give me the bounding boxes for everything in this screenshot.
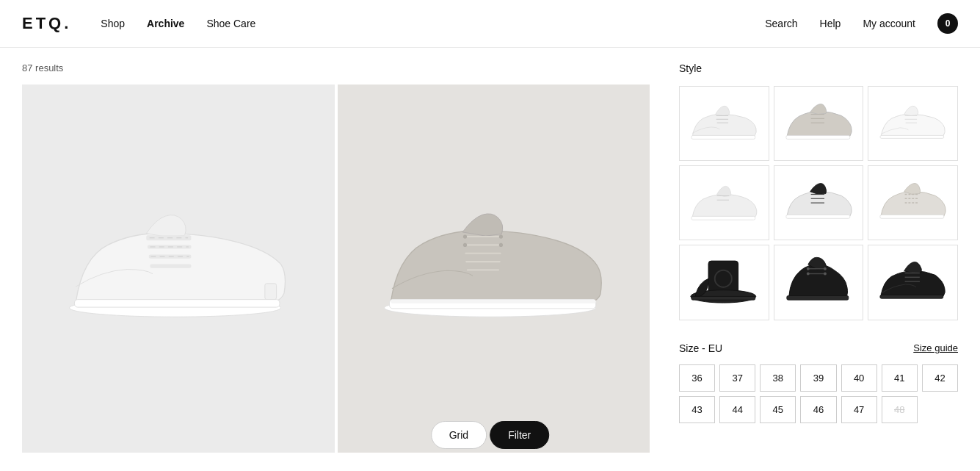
- svg-point-54: [824, 273, 827, 276]
- size-button-44[interactable]: 44: [719, 396, 755, 423]
- size-section: Size - EU Size guide 3637383940414243444…: [679, 342, 958, 423]
- shoe-svg-2: [371, 85, 615, 406]
- svg-rect-40: [786, 215, 850, 219]
- nav-item-archive[interactable]: Archive: [147, 18, 184, 29]
- svg-point-53: [807, 273, 810, 276]
- style-item-s5[interactable]: [774, 165, 864, 240]
- filter-sidebar: Style: [679, 48, 958, 453]
- help-link[interactable]: Help: [820, 18, 841, 29]
- size-button-43[interactable]: 43: [679, 396, 715, 423]
- svg-rect-25: [692, 136, 755, 140]
- svg-point-16: [463, 234, 467, 238]
- style-item-s3[interactable]: [868, 86, 958, 161]
- size-guide-link[interactable]: Size guide: [913, 342, 958, 353]
- svg-point-52: [824, 267, 827, 270]
- style-item-s2[interactable]: [774, 86, 864, 161]
- svg-point-51: [807, 267, 810, 270]
- header-left: ETQ. ShopArchiveShoe Care: [22, 14, 255, 33]
- svg-point-19: [499, 243, 503, 247]
- style-item-s9[interactable]: [868, 245, 958, 320]
- svg-rect-21: [391, 300, 596, 303]
- svg-rect-8: [265, 284, 277, 300]
- svg-rect-55: [787, 296, 849, 301]
- product-card[interactable]: [22, 85, 335, 453]
- svg-rect-7: [150, 265, 191, 268]
- size-button-46[interactable]: 46: [800, 396, 836, 423]
- style-item-s1[interactable]: [679, 86, 769, 161]
- size-button-41[interactable]: 41: [882, 364, 918, 392]
- bottom-bar: Grid Filter: [431, 421, 550, 449]
- svg-rect-44: [880, 215, 944, 219]
- size-button-37[interactable]: 37: [719, 364, 755, 392]
- header: ETQ. ShopArchiveShoe Care Search Help My…: [0, 0, 980, 48]
- header-right: Search Help My account 0: [765, 13, 958, 34]
- size-button-47[interactable]: 47: [841, 396, 877, 423]
- product-grid: [22, 85, 650, 453]
- filter-button[interactable]: Filter: [490, 421, 549, 449]
- style-grid: [679, 86, 958, 320]
- size-section-header: Size - EU Size guide: [679, 342, 958, 354]
- style-item-s4[interactable]: [679, 165, 769, 240]
- svg-rect-29: [786, 136, 850, 140]
- size-button-45[interactable]: 45: [760, 396, 796, 423]
- style-section-title: Style: [679, 62, 958, 74]
- size-button-40[interactable]: 40: [841, 364, 877, 392]
- main-nav: ShopArchiveShoe Care: [101, 17, 255, 30]
- results-count: 87 results: [22, 48, 650, 85]
- size-button-38[interactable]: 38: [760, 364, 796, 392]
- logo[interactable]: ETQ.: [22, 14, 71, 33]
- nav-item-shoe-care[interactable]: Shoe Care: [206, 18, 255, 29]
- size-button-48: 48: [882, 396, 918, 423]
- style-item-s6[interactable]: [868, 165, 958, 240]
- svg-rect-9: [74, 300, 279, 307]
- product-image: [338, 85, 650, 453]
- size-grid: 36373839404142434445464748: [679, 364, 958, 423]
- main-content: 87 results: [0, 48, 980, 453]
- svg-point-18: [463, 243, 467, 247]
- svg-point-17: [499, 234, 503, 238]
- my-account-link[interactable]: My account: [863, 18, 915, 29]
- search-link[interactable]: Search: [765, 18, 797, 29]
- product-card[interactable]: [338, 85, 650, 453]
- size-section-title: Size - EU: [679, 342, 722, 354]
- size-button-39[interactable]: 39: [800, 364, 836, 392]
- size-button-42[interactable]: 42: [922, 364, 958, 392]
- cart-badge[interactable]: 0: [937, 13, 958, 34]
- style-item-s8[interactable]: [774, 245, 864, 320]
- svg-rect-36: [692, 217, 755, 220]
- shoe-svg-1: [57, 85, 300, 406]
- svg-rect-33: [880, 136, 944, 139]
- grid-button[interactable]: Grid: [431, 421, 487, 449]
- products-section: 87 results: [22, 48, 679, 453]
- nav-item-shop[interactable]: Shop: [101, 18, 125, 29]
- product-image: [22, 85, 335, 453]
- svg-rect-59: [880, 295, 943, 299]
- size-button-36[interactable]: 36: [679, 364, 715, 392]
- svg-rect-48: [692, 297, 755, 301]
- style-item-s7[interactable]: [679, 245, 769, 320]
